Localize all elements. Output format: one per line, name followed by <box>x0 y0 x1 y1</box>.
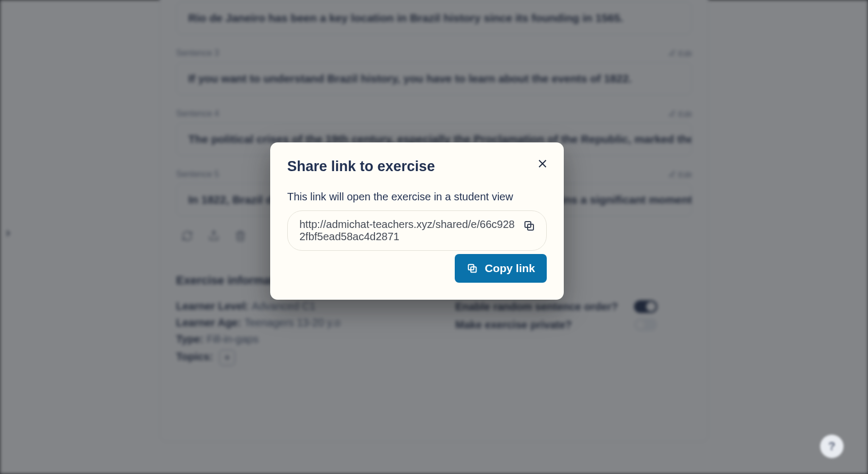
share-link-modal: Share link to exercise This link will op… <box>270 142 564 300</box>
copy-icon <box>466 263 478 274</box>
modal-subtitle: This link will open the exercise in a st… <box>287 191 547 203</box>
copy-icon <box>523 219 536 232</box>
copy-link-button[interactable]: Copy link <box>455 254 547 283</box>
help-button[interactable]: ? <box>820 435 844 458</box>
copy-link-icon-button[interactable] <box>523 219 536 232</box>
close-icon <box>537 158 548 170</box>
copy-link-label: Copy link <box>485 262 535 275</box>
modal-title: Share link to exercise <box>287 158 547 175</box>
share-link-text: http://admichat-teachers.xyz/shared/e/66… <box>299 218 515 242</box>
close-modal-button[interactable] <box>533 154 552 173</box>
share-link-field[interactable]: http://admichat-teachers.xyz/shared/e/66… <box>287 210 547 251</box>
